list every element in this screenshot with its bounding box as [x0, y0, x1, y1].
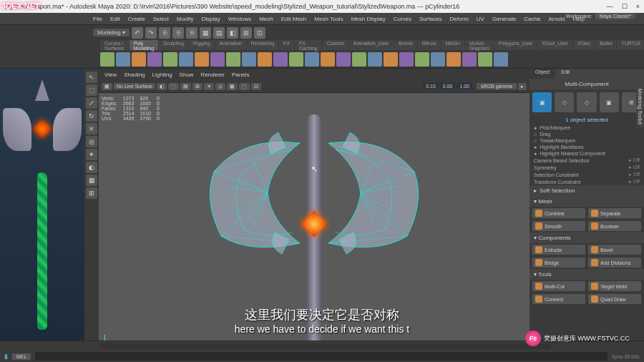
- shelf-icon[interactable]: [494, 52, 508, 67]
- tool-button[interactable]: ↻: [86, 110, 97, 122]
- tool-multi-cut[interactable]: Multi-Cut: [532, 281, 585, 291]
- status-icon[interactable]: ⊡: [254, 27, 265, 39]
- vp-num[interactable]: 1.00: [457, 83, 472, 89]
- shelf-tab[interactable]: Bifrost: [418, 40, 441, 50]
- menu-arnold[interactable]: Arnold: [548, 16, 565, 22]
- vp-menu-renderer[interactable]: Renderer: [201, 72, 225, 78]
- window-maximize-button[interactable]: ☐: [622, 3, 628, 10]
- status-icon[interactable]: ↶: [132, 27, 143, 39]
- vp-menu-show[interactable]: Show: [180, 72, 194, 78]
- face-mode-button[interactable]: ▣: [600, 92, 619, 112]
- mel-label[interactable]: MEL: [12, 353, 31, 360]
- shelf-icon[interactable]: [447, 52, 461, 67]
- vp-icon[interactable]: ◐: [157, 83, 167, 90]
- vp-num[interactable]: 0.10: [423, 83, 439, 89]
- shelf-icon[interactable]: [226, 52, 240, 67]
- soft-selection-header[interactable]: ▸ Soft Selection: [530, 185, 644, 196]
- shelf-icon[interactable]: [273, 52, 288, 67]
- shelf-icon[interactable]: [384, 52, 398, 67]
- vp-icon[interactable]: ◎: [215, 83, 225, 90]
- tool-button[interactable]: ⤢: [86, 97, 97, 109]
- shelf-tab[interactable]: XGen_User: [537, 40, 572, 50]
- shelf-icon[interactable]: [289, 52, 303, 67]
- shelf-icon[interactable]: [431, 52, 445, 67]
- section-header[interactable]: ▾ Components: [530, 233, 644, 243]
- shelf-icon[interactable]: [305, 52, 319, 67]
- status-icon[interactable]: ⎘: [172, 27, 184, 39]
- shelf-icon[interactable]: [336, 52, 351, 67]
- status-icon[interactable]: ▦: [200, 27, 211, 39]
- live-surface-dropdown[interactable]: No Live Surface: [114, 83, 155, 89]
- window-minimize-button[interactable]: —: [607, 3, 613, 10]
- object-mode-button[interactable]: ▣: [532, 92, 552, 112]
- menu-cache[interactable]: Cache: [524, 16, 540, 22]
- tool-target-weld[interactable]: Target Weld: [588, 281, 641, 291]
- shelf-icon[interactable]: [242, 52, 256, 67]
- shelf-icon[interactable]: [258, 52, 272, 67]
- modeling-toolkit-tab[interactable]: Modeling Toolkit: [636, 86, 644, 127]
- tool-button[interactable]: ◎: [86, 136, 97, 147]
- vp-menu-view[interactable]: View: [104, 72, 117, 78]
- tool-extrude[interactable]: Extrude: [532, 245, 585, 255]
- section-header[interactable]: ▾ Tools: [530, 269, 644, 280]
- status-icon[interactable]: ▤: [213, 27, 225, 39]
- shelf-tab[interactable]: Custom: [323, 40, 348, 50]
- menu-create[interactable]: Create: [128, 16, 145, 22]
- menu-curves[interactable]: Curves: [394, 16, 411, 22]
- status-icon[interactable]: ◧: [227, 27, 238, 39]
- tool-combine[interactable]: Combine: [532, 208, 585, 218]
- menu-display[interactable]: Display: [202, 16, 220, 22]
- section-header[interactable]: ▾ Mesh: [530, 196, 644, 207]
- tool-smooth[interactable]: Smooth: [532, 221, 585, 231]
- shelf-icon[interactable]: [462, 52, 477, 67]
- tool-button[interactable]: ✦: [86, 149, 97, 160]
- menu-modify[interactable]: Modify: [177, 16, 194, 22]
- shelf-icon[interactable]: [116, 52, 130, 67]
- tool-button[interactable]: ⬚: [86, 84, 97, 96]
- tool-button[interactable]: ◐: [86, 162, 97, 173]
- vertex-mode-button[interactable]: ◇: [555, 92, 574, 112]
- shelf-tab[interactable]: Rigging: [189, 40, 215, 50]
- shelf-icon[interactable]: [415, 52, 429, 67]
- menu-surfaces[interactable]: Surfaces: [419, 16, 442, 22]
- menu-generate[interactable]: Generate: [492, 16, 516, 22]
- menu-select[interactable]: Select: [153, 16, 169, 22]
- shelf-icon[interactable]: [179, 52, 193, 67]
- menu-uv[interactable]: UV: [477, 16, 484, 22]
- shelf-icon[interactable]: [100, 52, 114, 67]
- option-row[interactable]: Selection Constraint▸ Off: [530, 171, 644, 178]
- menu-edit-mesh[interactable]: Edit Mesh: [281, 16, 307, 22]
- pick-mode-option[interactable]: ○ Drag: [530, 131, 644, 137]
- shelf-tab[interactable]: Polygons_User: [494, 40, 537, 50]
- vp-icon[interactable]: ⊞: [192, 83, 203, 90]
- shelf-tab[interactable]: Rendering: [247, 40, 278, 50]
- vp-menu-shading[interactable]: Shading: [124, 72, 145, 78]
- menu-mesh-tools[interactable]: Mesh Tools: [314, 16, 343, 22]
- edge-mode-button[interactable]: ◇: [577, 92, 596, 112]
- tab-edit[interactable]: Edit: [555, 69, 575, 79]
- tool-button[interactable]: ⤧: [86, 123, 97, 134]
- vp-icon[interactable]: ⬚: [239, 83, 250, 90]
- vp-icon[interactable]: ☀: [204, 83, 214, 90]
- multi-component-button[interactable]: Multi-Component: [530, 79, 644, 89]
- vp-icon[interactable]: ⬚: [168, 83, 179, 90]
- shelf-icon[interactable]: [210, 52, 225, 67]
- tab-object[interactable]: Object: [530, 69, 555, 79]
- status-icon[interactable]: ↷: [145, 27, 157, 39]
- pick-mode-option[interactable]: ● Highlight Nearest Component: [530, 150, 644, 157]
- command-input[interactable]: [35, 352, 608, 361]
- vp-icon[interactable]: ▤: [180, 83, 191, 90]
- tool-boolean[interactable]: Boolean: [588, 221, 641, 231]
- option-row[interactable]: Symmetry▸ Off: [530, 164, 644, 171]
- vp-icon[interactable]: ▦: [102, 83, 112, 90]
- pick-mode-option[interactable]: ○ Tweak/Marquee: [530, 137, 644, 144]
- vp-icon[interactable]: ⊡: [251, 83, 261, 90]
- shelf-tab[interactable]: Motion Graphics: [465, 40, 494, 50]
- menu-mesh-display[interactable]: Mesh Display: [351, 16, 386, 22]
- shelf-icon[interactable]: [321, 52, 335, 67]
- tool-connect[interactable]: Connect: [532, 294, 585, 304]
- tool-add-divisions[interactable]: Add Divisions: [588, 258, 641, 268]
- shelf-tab[interactable]: Animation: [215, 40, 246, 50]
- shelf-icon[interactable]: [368, 52, 382, 67]
- menu-file[interactable]: File: [93, 16, 102, 22]
